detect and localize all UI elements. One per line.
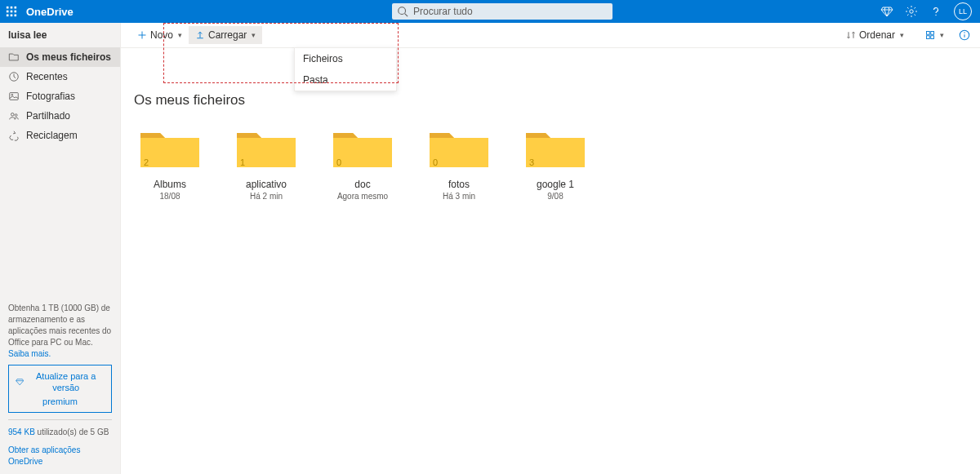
folder-date: Há 3 min bbox=[443, 192, 475, 201]
folder-grid: 2 Albums 18/08 1 aplicativo Há 2 min 0 d… bbox=[134, 125, 967, 201]
folder-count: 2 bbox=[144, 157, 149, 167]
storage-info: 954 KB utilizado(s) de 5 GB bbox=[8, 427, 112, 438]
folder-icon: 0 bbox=[426, 125, 492, 171]
upload-dropdown: Ficheiros Pasta bbox=[294, 47, 397, 91]
folder-icon: 0 bbox=[330, 125, 395, 171]
sidebar-item-my-files[interactable]: Os meus ficheiros bbox=[0, 47, 120, 67]
upload-label: Carregar bbox=[208, 29, 247, 41]
view-button[interactable]: ▾ bbox=[919, 27, 951, 43]
search-icon bbox=[397, 6, 408, 17]
plus-icon bbox=[137, 30, 147, 40]
folder-icon: 3 bbox=[523, 125, 588, 171]
sidebar-item-photos[interactable]: Fotografias bbox=[0, 86, 120, 106]
sort-label: Ordenar bbox=[859, 29, 895, 41]
sidebar: luisa lee Os meus ficheiros Recentes Fot… bbox=[0, 23, 121, 474]
header-right: LL bbox=[880, 2, 980, 20]
search-input[interactable]: Procurar tudo bbox=[392, 3, 612, 20]
premium-line2: premium bbox=[42, 396, 78, 407]
svg-rect-0 bbox=[7, 7, 9, 9]
folder-item[interactable]: 1 aplicativo Há 2 min bbox=[230, 125, 302, 201]
svg-rect-3 bbox=[7, 11, 9, 13]
svg-line-10 bbox=[405, 14, 408, 17]
folder-icon: 1 bbox=[234, 125, 299, 171]
folder-name: Albums bbox=[154, 179, 186, 190]
new-button[interactable]: Novo ▾ bbox=[131, 26, 189, 44]
chevron-down-icon: ▾ bbox=[252, 31, 256, 39]
user-avatar[interactable]: LL bbox=[954, 2, 972, 20]
svg-rect-4 bbox=[11, 11, 13, 13]
main-area: Novo ▾ Carregar ▾ Ordenar ▾ ▾ bbox=[121, 23, 980, 474]
svg-point-12 bbox=[935, 15, 936, 16]
content-area: Os meus ficheiros 2 Albums 18/08 1 aplic… bbox=[121, 48, 980, 209]
page-title: Os meus ficheiros bbox=[134, 92, 967, 109]
svg-rect-18 bbox=[927, 32, 930, 35]
promo-text: Obtenha 1 TB (1000 GB) de armazenamento … bbox=[8, 303, 112, 348]
svg-rect-21 bbox=[931, 36, 934, 39]
sidebar-item-recycle[interactable]: Reciclagem bbox=[0, 126, 120, 145]
sidebar-item-shared[interactable]: Partilhado bbox=[0, 106, 120, 126]
folder-count: 0 bbox=[336, 157, 341, 167]
app-name[interactable]: OneDrive bbox=[26, 6, 74, 18]
photo-icon bbox=[8, 91, 20, 102]
folder-icon bbox=[8, 51, 20, 63]
info-icon[interactable] bbox=[959, 29, 970, 41]
svg-rect-19 bbox=[931, 32, 934, 35]
folder-count: 1 bbox=[240, 157, 245, 167]
upgrade-premium-button[interactable]: Atualize para a versão premium bbox=[8, 365, 112, 413]
clock-icon bbox=[8, 71, 20, 82]
grid-view-icon bbox=[925, 30, 935, 40]
get-apps-link[interactable]: Obter as aplicações OneDrive bbox=[8, 445, 112, 467]
app-launcher-icon[interactable] bbox=[0, 0, 23, 23]
folder-item[interactable]: 0 fotos Há 3 min bbox=[423, 125, 495, 201]
chevron-down-icon: ▾ bbox=[900, 31, 904, 39]
svg-rect-2 bbox=[15, 7, 17, 9]
chevron-down-icon: ▾ bbox=[940, 31, 944, 39]
svg-rect-14 bbox=[10, 93, 19, 100]
svg-point-17 bbox=[15, 114, 17, 117]
sidebar-item-label: Partilhado bbox=[26, 110, 70, 122]
svg-rect-20 bbox=[927, 36, 930, 39]
sidebar-item-label: Os meus ficheiros bbox=[26, 51, 111, 63]
divider bbox=[8, 419, 112, 420]
premium-diamond-icon bbox=[16, 377, 24, 387]
svg-rect-8 bbox=[15, 15, 17, 17]
svg-point-24 bbox=[964, 32, 964, 33]
svg-rect-6 bbox=[7, 15, 9, 17]
folder-item[interactable]: 2 Albums 18/08 bbox=[134, 125, 206, 201]
sort-icon bbox=[846, 30, 856, 40]
recycle-icon bbox=[8, 130, 20, 141]
sort-button[interactable]: Ordenar ▾ bbox=[840, 26, 911, 44]
help-icon[interactable] bbox=[929, 5, 942, 18]
upload-icon bbox=[195, 30, 205, 40]
app-header: OneDrive Procurar tudo LL bbox=[0, 0, 980, 23]
folder-date: Há 2 min bbox=[250, 192, 283, 201]
search-wrap: Procurar tudo bbox=[392, 3, 612, 20]
folder-count: 3 bbox=[529, 157, 534, 167]
upload-button[interactable]: Carregar ▾ bbox=[189, 26, 262, 44]
sidebar-item-recent[interactable]: Recentes bbox=[0, 67, 120, 86]
learn-more-link[interactable]: Saiba mais. bbox=[8, 348, 112, 360]
folder-date: 9/08 bbox=[547, 192, 563, 201]
svg-rect-1 bbox=[11, 7, 13, 9]
sidebar-item-label: Fotografias bbox=[26, 91, 75, 102]
storage-used-link[interactable]: 954 KB bbox=[8, 427, 35, 436]
folder-item[interactable]: 0 doc Agora mesmo bbox=[327, 125, 399, 201]
svg-rect-7 bbox=[11, 15, 13, 17]
storage-rest: utilizado(s) de 5 GB bbox=[35, 427, 109, 436]
toolbar-right: Ordenar ▾ ▾ bbox=[840, 26, 970, 44]
premium-line1: Atualize para a versão bbox=[27, 370, 105, 394]
svg-rect-5 bbox=[15, 11, 17, 13]
sidebar-item-label: Reciclagem bbox=[26, 130, 78, 141]
new-label: Novo bbox=[150, 29, 173, 41]
folder-date: 18/08 bbox=[159, 192, 180, 201]
svg-point-16 bbox=[11, 113, 15, 117]
folder-name: fotos bbox=[448, 179, 470, 190]
svg-point-15 bbox=[11, 94, 13, 95]
folder-count: 0 bbox=[433, 157, 438, 167]
folder-item[interactable]: 3 google 1 9/08 bbox=[519, 125, 591, 201]
dropdown-item-folder[interactable]: Pasta bbox=[295, 69, 396, 91]
premium-diamond-icon[interactable] bbox=[880, 5, 893, 18]
dropdown-item-files[interactable]: Ficheiros bbox=[295, 48, 396, 69]
svg-point-9 bbox=[399, 7, 406, 15]
settings-gear-icon[interactable] bbox=[905, 5, 918, 18]
